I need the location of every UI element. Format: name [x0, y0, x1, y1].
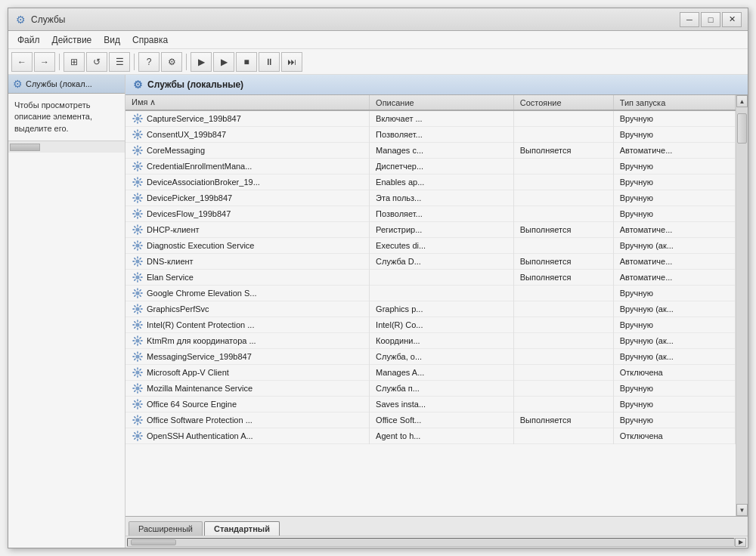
table-row[interactable]: Google Chrome Elevation S...Вручную [125, 286, 736, 301]
table-row[interactable]: Diagnostic Execution ServiceExecutes di.… [125, 238, 736, 254]
menu-file[interactable]: Файл [11, 33, 46, 47]
refresh-button[interactable]: ↺ [86, 52, 107, 72]
service-name: DHCP-клиент [147, 225, 200, 234]
table-row[interactable]: Intel(R) Content Protection ...Intel(R) … [125, 317, 736, 333]
show-panels-button[interactable]: ⊞ [64, 52, 85, 72]
menu-action[interactable]: Действие [46, 33, 98, 47]
help-button[interactable]: ? [138, 52, 160, 72]
service-icon [132, 303, 144, 315]
service-icon [132, 208, 144, 220]
table-row[interactable]: CaptureService_199b847Включает ...Вручну… [125, 110, 736, 127]
scroll-right-button[interactable]: ▶ [735, 538, 746, 547]
table-row[interactable]: CredentialEnrollmentMana...Диспетчер...В… [125, 159, 736, 175]
service-icon [132, 128, 144, 141]
table-row[interactable]: Mozilla Maintenance ServiceСлужба п...Вр… [125, 381, 736, 397]
service-status [513, 317, 613, 333]
service-name: CredentialEnrollmentMana... [147, 162, 252, 171]
table-row[interactable]: Office 64 Source EngineSaves insta...Вру… [125, 397, 736, 412]
service-icon [132, 351, 144, 363]
table-row[interactable]: OpenSSH Authentication A...Agent to h...… [125, 428, 736, 444]
menu-help[interactable]: Справка [126, 33, 174, 47]
maximize-button[interactable]: □ [701, 12, 720, 27]
start-button[interactable]: ▶ [191, 52, 212, 72]
back-button[interactable]: ← [11, 52, 33, 72]
service-startup: Вручную (ак... [613, 301, 735, 317]
restart-button[interactable]: ⏭ [281, 52, 302, 72]
service-startup: Вручную [613, 381, 735, 397]
table-row[interactable]: DeviceAssociationBroker_19...Enables ap.… [125, 175, 736, 190]
window-controls: ─ □ ✕ [680, 12, 742, 27]
pause-button[interactable]: ⏸ [259, 52, 280, 72]
service-name: Office Software Protection ... [147, 415, 253, 425]
service-icon [132, 271, 144, 283]
sidebar-scrollbar[interactable] [8, 141, 125, 153]
scroll-up-button[interactable]: ▲ [736, 95, 748, 107]
service-startup: Вручную [613, 286, 735, 301]
svg-point-16 [135, 370, 139, 374]
table-wrapper: Имя ∧ Описание Состояние Тип запуска Cap… [125, 95, 748, 516]
table-row[interactable]: Elan ServiceВыполняетсяАвтоматиче... [125, 270, 736, 286]
service-status [513, 127, 613, 143]
service-desc: Intel(R) Co... [370, 317, 514, 333]
service-status: Выполняется [513, 412, 613, 428]
forward-button[interactable]: → [34, 52, 55, 72]
export-button[interactable]: ☰ [109, 52, 130, 72]
service-name: Diagnostic Execution Service [147, 241, 254, 250]
service-name: Elan Service [147, 273, 194, 282]
table-row[interactable]: KtmRm для координатора ...Координи...Вру… [125, 333, 736, 349]
main-content: ⚙ Службы (локал... Чтобы просмотреть опи… [8, 75, 748, 548]
table-row[interactable]: MessagingService_199b847Служба, о...Вруч… [125, 349, 736, 365]
table-row[interactable]: DNS-клиентСлужба D...ВыполняетсяАвтомати… [125, 254, 736, 270]
svg-point-6 [135, 212, 139, 215]
sidebar-title: Службы (локал... [26, 79, 92, 88]
service-desc: Enables ap... [370, 175, 514, 190]
service-status [513, 349, 613, 365]
table-row[interactable]: CoreMessagingManages c...ВыполняетсяАвто… [125, 143, 736, 159]
menu-view[interactable]: Вид [98, 33, 126, 47]
properties-button[interactable]: ⚙ [161, 52, 182, 72]
vertical-scrollbar[interactable]: ▲ ▼ [736, 95, 748, 516]
service-status [513, 159, 613, 175]
service-desc: Saves insta... [370, 397, 514, 412]
table-row[interactable]: DHCP-клиентРегистрир...ВыполняетсяАвтома… [125, 222, 736, 238]
col-header-status[interactable]: Состояние [513, 95, 613, 110]
service-name: Mozilla Maintenance Service [147, 384, 253, 393]
close-button[interactable]: ✕ [722, 12, 742, 27]
service-name: Intel(R) Content Protection ... [147, 320, 254, 329]
horizontal-scrollbar[interactable]: ▶ [125, 536, 748, 548]
stop-button[interactable]: ■ [236, 52, 257, 72]
service-startup: Вручную (ак... [613, 349, 735, 365]
service-icon [132, 366, 144, 378]
table-row[interactable]: ConsentUX_199b847Позволяет...Вручную [125, 127, 736, 143]
toolbar-separator-2 [134, 54, 135, 70]
col-header-desc[interactable]: Описание [370, 95, 514, 110]
col-header-startup[interactable]: Тип запуска [613, 95, 735, 110]
svg-point-1 [135, 132, 139, 136]
service-startup: Отключена [613, 428, 735, 444]
svg-point-3 [135, 164, 139, 168]
svg-point-9 [135, 259, 139, 263]
scroll-track[interactable] [736, 107, 748, 504]
service-icon [132, 192, 144, 204]
service-icon [132, 287, 144, 299]
start-selected-button[interactable]: ▶ [213, 52, 234, 72]
service-startup: Вручную [613, 206, 735, 222]
table-row[interactable]: Microsoft App-V ClientManages A...Отключ… [125, 365, 736, 381]
table-row[interactable]: DevicesFlow_199b847Позволяет...Вручную [125, 206, 736, 222]
tab-extended[interactable]: Расширенный [129, 521, 203, 536]
service-status [513, 190, 613, 206]
scroll-thumb [737, 113, 747, 144]
service-name: MessagingService_199b847 [147, 352, 252, 361]
table-container[interactable]: Имя ∧ Описание Состояние Тип запуска Cap… [125, 95, 736, 516]
service-desc: Позволяет... [370, 127, 514, 143]
col-header-name[interactable]: Имя ∧ [125, 95, 370, 110]
service-status [513, 238, 613, 254]
scroll-down-button[interactable]: ▼ [736, 504, 748, 516]
tab-standard[interactable]: Стандартный [204, 521, 280, 536]
service-startup: Вручную [613, 159, 735, 175]
svg-point-12 [135, 307, 139, 310]
table-row[interactable]: Office Software Protection ...Office Sof… [125, 412, 736, 428]
table-row[interactable]: GraphicsPerfSvcGraphics p...Вручную (ак.… [125, 301, 736, 317]
table-row[interactable]: DevicePicker_199b847Эта польз...Вручную [125, 190, 736, 206]
minimize-button[interactable]: ─ [680, 12, 699, 27]
